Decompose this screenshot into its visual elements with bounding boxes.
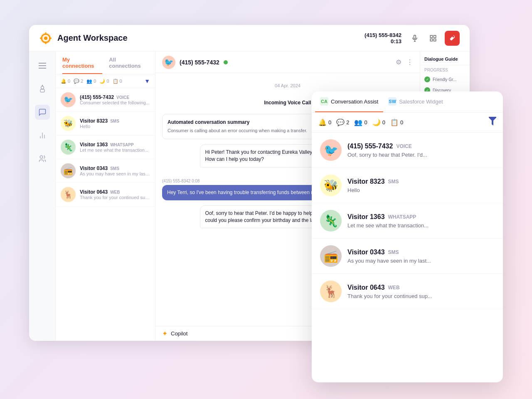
check-icon-1: ✓ bbox=[424, 76, 430, 82]
ca-filter-bar: 🔔 0 💬 2 👥 0 🌙 0 📋 0 bbox=[312, 113, 503, 133]
ca-info-1: (415) 555-7432 VOICE Oof, sorry to hear … bbox=[347, 143, 495, 158]
svg-rect-7 bbox=[414, 35, 416, 39]
svg-rect-18 bbox=[40, 89, 44, 92]
connections-icon[interactable] bbox=[35, 151, 50, 166]
tab-conversation-assist[interactable]: CA Conversation Assist bbox=[315, 91, 383, 112]
tab-salesforce-widget[interactable]: SW Salesforce Widget bbox=[383, 91, 448, 112]
logo-icon bbox=[39, 32, 52, 45]
copilot-icon: ✦ bbox=[162, 330, 167, 337]
ca-filter-tasks: 📋 0 bbox=[390, 118, 403, 126]
chat-more-icon[interactable]: ⋮ bbox=[406, 58, 413, 66]
chat-icon[interactable] bbox=[35, 105, 50, 120]
grid-button[interactable] bbox=[426, 32, 440, 45]
ca-info-4: Visitor 0343 SMS As you may have seen in… bbox=[347, 249, 495, 264]
svg-rect-10 bbox=[430, 35, 432, 37]
connection-info-1: (415) 555-7432 VOICE Consumer selected t… bbox=[80, 94, 150, 105]
connection-info-5: Visitor 0643 WEB Thank you for your cont… bbox=[80, 189, 150, 200]
chat-header: 🐦 (415) 555-7432 ⚙ ⋮ bbox=[155, 52, 420, 73]
chat-phone-number: (415) 555-7432 bbox=[180, 59, 396, 66]
connection-list: 🐦 (415) 555-7432 VOICE Consumer selected… bbox=[56, 88, 155, 341]
svg-point-26 bbox=[40, 156, 43, 159]
ca-avatar-5: 🦌 bbox=[320, 281, 342, 302]
ca-item-1[interactable]: 🐦 (415) 555-7432 VOICE Oof, sorry to hea… bbox=[312, 133, 503, 168]
filter-agents: 👥 0 bbox=[86, 79, 96, 84]
ca-info-3: Visitor 1363 WHATSAPP Let me see what th… bbox=[347, 213, 495, 229]
chat-settings-icon[interactable]: ⚙ bbox=[396, 58, 401, 66]
connection-info-3: Visitor 1363 WHATSAPP Let me see what th… bbox=[80, 142, 150, 153]
conversation-assist-card: CA Conversation Assist SW Salesforce Wid… bbox=[312, 91, 503, 382]
filter-tasks: 📋 0 bbox=[113, 79, 122, 84]
ca-tab-icon-blue: SW bbox=[388, 97, 397, 106]
ca-avatar-4: 📻 bbox=[320, 245, 342, 267]
menu-icon[interactable] bbox=[35, 58, 50, 73]
left-sidebar bbox=[29, 52, 56, 341]
connections-filter-bar: 🔔 0 💬 2 👥 0 🌙 0 bbox=[56, 74, 155, 88]
ca-avatar-1: 🐦 bbox=[320, 139, 342, 161]
workspace-header: Agent Workspace (415) 555-8342 0:13 bbox=[29, 25, 470, 52]
connection-item-3[interactable]: 🦎 Visitor 1363 WHATSAPP Let me see what … bbox=[56, 135, 155, 159]
tab-my-connections[interactable]: My connections bbox=[62, 57, 102, 74]
filter-messages: 💬 2 bbox=[74, 79, 83, 84]
svg-point-17 bbox=[41, 86, 44, 89]
ca-filter-agents: 👥 0 bbox=[354, 118, 367, 126]
ca-info-2: Visitor 8323 SMS Hello bbox=[347, 178, 495, 193]
connection-avatar-2: 🐝 bbox=[61, 116, 76, 131]
svg-rect-13 bbox=[434, 39, 436, 41]
connection-info-4: Visitor 0343 SMS As you may have seen in… bbox=[80, 165, 150, 176]
svg-rect-11 bbox=[434, 35, 436, 37]
svg-point-22 bbox=[42, 85, 43, 86]
ca-item-2[interactable]: 🐝 Visitor 8323 SMS Hello bbox=[312, 168, 503, 203]
svg-rect-12 bbox=[430, 39, 432, 41]
connections-panel: My connections All connections 🔔 0 💬 2 👥… bbox=[56, 52, 155, 341]
ca-item-4[interactable]: 📻 Visitor 0343 SMS As you may have seen … bbox=[312, 239, 503, 274]
connection-avatar-3: 🦎 bbox=[61, 140, 76, 155]
hangup-button[interactable] bbox=[445, 31, 460, 46]
agents-icon: 👥 bbox=[354, 118, 362, 126]
ca-tab-icon-green: CA bbox=[320, 97, 328, 106]
header-controls bbox=[408, 31, 460, 46]
connection-item-4[interactable]: 📻 Visitor 0343 SMS As you may have seen … bbox=[56, 159, 155, 183]
ca-filter-messages: 💬 2 bbox=[336, 118, 349, 126]
analytics-icon[interactable] bbox=[35, 128, 50, 143]
alert-icon: 🔔 bbox=[318, 118, 327, 126]
connection-avatar-1: 🐦 bbox=[61, 92, 76, 107]
mute-button[interactable] bbox=[408, 32, 421, 45]
connection-item-1[interactable]: 🐦 (415) 555-7432 VOICE Consumer selected… bbox=[56, 88, 155, 112]
connections-tabs: My connections All connections bbox=[56, 52, 155, 74]
call-timer: 0:13 bbox=[391, 38, 401, 44]
online-indicator bbox=[224, 60, 228, 64]
connection-info-2: Visitor 8323 SMS Hello bbox=[80, 118, 150, 129]
filter-sleep: 🌙 0 bbox=[99, 79, 109, 84]
ca-item-5[interactable]: 🦌 Visitor 0643 WEB Thank you for your co… bbox=[312, 274, 503, 309]
connection-item-2[interactable]: 🐝 Visitor 8323 SMS Hello bbox=[56, 112, 155, 135]
ca-tabs-header: CA Conversation Assist SW Salesforce Wid… bbox=[312, 91, 503, 113]
ca-avatar-2: 🐝 bbox=[320, 175, 342, 196]
ca-filter-alerts: 🔔 0 bbox=[318, 118, 331, 126]
date-divider: 04 Apr. 2024 bbox=[162, 83, 413, 88]
dialogue-item-1: ✓ Friendly Gr... bbox=[420, 74, 470, 85]
connection-item-5[interactable]: 🦌 Visitor 0643 WEB Thank you for your co… bbox=[56, 183, 155, 207]
task-icon: 📋 bbox=[390, 118, 399, 126]
workspace-title: Agent Workspace bbox=[57, 33, 365, 43]
ca-item-3[interactable]: 🦎 Visitor 1363 WHATSAPP Let me see what … bbox=[312, 203, 503, 239]
message-icon: 💬 bbox=[336, 118, 345, 126]
ca-filter-sleep: 🌙 0 bbox=[372, 118, 385, 126]
phone-display: (415) 555-8342 0:13 bbox=[365, 32, 401, 44]
dialogue-progress-label: PROGRESS bbox=[420, 65, 470, 74]
tab-all-connections[interactable]: All connections bbox=[109, 57, 148, 74]
ca-filter-button[interactable] bbox=[489, 117, 496, 128]
sleep-icon: 🌙 bbox=[372, 118, 381, 126]
phone-number: (415) 555-8342 bbox=[365, 32, 401, 38]
bot-icon[interactable] bbox=[35, 81, 50, 96]
ca-avatar-3: 🦎 bbox=[320, 210, 342, 232]
connection-avatar-4: 📻 bbox=[61, 163, 76, 178]
svg-point-2 bbox=[44, 37, 47, 40]
chat-avatar: 🐦 bbox=[162, 56, 175, 69]
dialogue-guide-title: Dialogue Guide bbox=[420, 52, 470, 65]
filter-alerts: 🔔 0 bbox=[61, 79, 70, 84]
ca-connection-list: 🐦 (415) 555-7432 VOICE Oof, sorry to hea… bbox=[312, 133, 503, 382]
filter-button[interactable]: ▼ bbox=[144, 78, 150, 84]
connection-avatar-5: 🦌 bbox=[61, 187, 76, 202]
ca-info-5: Visitor 0643 WEB Thank you for your cont… bbox=[347, 284, 495, 299]
